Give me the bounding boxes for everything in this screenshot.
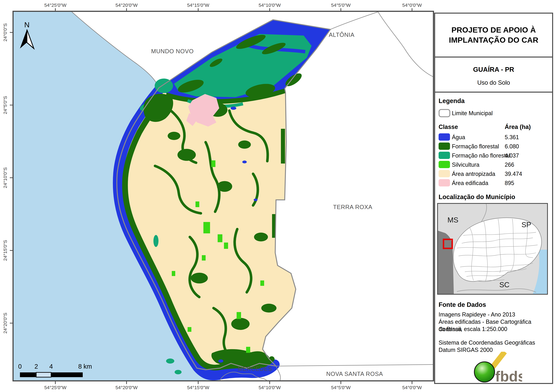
label-mundo-novo: MUNDO NOVO (151, 48, 194, 55)
nw-teal-patch (155, 78, 173, 93)
lon-label-bottom-2: 54°20'0"W (109, 385, 144, 390)
municipality-name: GUAÍRA - PR (435, 66, 552, 73)
north-arrow-label: N (24, 21, 29, 29)
limite-municipal-label: Limite Municipal (452, 110, 493, 117)
scale-seg-2 (36, 372, 51, 377)
lat-label-4: 24°15'0"S (2, 235, 8, 265)
main-map-frame: MUNDO NOVO ALTÔNIA TERRA ROXA MERCEDES N… (13, 11, 434, 381)
lon-label-top-6: 54°0'0"W (395, 2, 429, 8)
lat-label-5: 24°20'0"S (2, 308, 8, 338)
tick-bottom-1 (55, 381, 56, 384)
lon-label-bottom-6: 54°0'0"W (395, 385, 429, 390)
label-terra-roxa: TERRA ROXA (333, 204, 372, 210)
tick-top-6 (412, 8, 412, 11)
panel-title-box: PROJETO DE APOIO À IMPLANTAÇÃO DO CAR (434, 13, 553, 57)
lon-label-top-5: 54°5'0"W (323, 2, 358, 8)
legend-label-agua: Água (452, 134, 465, 141)
tick-bottom-5 (341, 381, 341, 384)
tick-left-5 (10, 323, 13, 323)
scale-4: 4 (49, 363, 53, 370)
fbds-logo-canvas: fbds (470, 352, 522, 383)
tick-bottom-6 (412, 381, 412, 384)
lon-label-bottom-5: 54°5'0"W (323, 385, 358, 390)
tick-top-3 (198, 8, 198, 11)
tick-top-5 (341, 8, 341, 11)
fbds-logo-sphere (474, 362, 495, 382)
panel-subtitle-box: GUAÍRA - PR Uso do Solo (434, 57, 553, 93)
tick-top-2 (126, 8, 127, 11)
tick-left-3 (10, 178, 13, 178)
map-layout-page: MUNDO NOVO ALTÔNIA TERRA ROXA MERCEDES N… (0, 0, 555, 392)
location-heading: Localização do Município (438, 193, 515, 200)
inset-label-sp: SP (521, 221, 531, 229)
source-line-4: Sistema de Coordenadas Geográficas (438, 339, 535, 347)
tick-top-1 (55, 8, 56, 11)
page-title-line1: PROJETO DE APOIO À (449, 25, 538, 35)
tick-bottom-2 (126, 381, 127, 384)
source-line-3: do Brasil, escala 1:250.000 (438, 326, 507, 333)
tick-bottom-4 (269, 381, 270, 384)
main-map-canvas: MUNDO NOVO ALTÔNIA TERRA ROXA MERCEDES N… (14, 12, 433, 380)
inset-label-ms: MS (447, 216, 458, 224)
legend-label-florestal: Formação florestal (452, 143, 499, 150)
scale-8km: 8 km (78, 363, 92, 370)
legend-heading: Legenda (438, 97, 465, 104)
tick-bottom-3 (198, 381, 198, 384)
legend-swatch-florestal (438, 143, 450, 150)
legend-value-florestal: 6.080 (505, 143, 519, 150)
lon-label-top-4: 54°10'0"W (252, 2, 287, 8)
legend-label-edificada: Área edificada (452, 180, 488, 186)
legend-label-silvicultura: Silvicultura (452, 162, 479, 168)
legend-value-edificada: 895 (505, 180, 514, 186)
map-theme: Uso do Solo (435, 79, 552, 86)
scale-2: 2 (35, 363, 38, 370)
page-title-line2: IMPLANTAÇÃO DO CAR (449, 35, 538, 45)
limite-municipal-swatch (438, 109, 450, 117)
legend-value-antropizada: 39.474 (505, 171, 522, 177)
tick-left-4 (10, 250, 13, 251)
legend-value-agua: 5.361 (505, 134, 519, 141)
legend-swatch-edificada (438, 179, 450, 186)
scale-0: 0 (18, 363, 22, 370)
legend-col-classe: Classe (438, 124, 458, 130)
lat-label-3: 24°10'0"S (2, 163, 8, 193)
legend-col-area: Área (ha) (505, 124, 531, 130)
label-nova-santa-rosa: NOVA SANTA ROSA (326, 371, 383, 377)
scale-seg-1 (20, 372, 36, 377)
source-heading: Fonte de Dados (438, 301, 486, 308)
legend-label-nao-florestal: Formação não florestal (452, 152, 510, 159)
legend-swatch-agua (438, 133, 450, 141)
source-line-1: Imagens Rapideye - Ano 2013 (438, 311, 515, 318)
panel-main-box: Legenda Limite Municipal Classe Área (ha… (434, 92, 553, 384)
lon-label-bottom-4: 54°10'0"W (252, 385, 287, 390)
label-altonia: ALTÔNIA (329, 32, 355, 38)
legend-swatch-nao-florestal (438, 152, 450, 159)
tick-left-1 (10, 32, 13, 33)
label-mercedes: MERCEDES (238, 366, 272, 372)
lon-label-bottom-1: 54°25'0"W (38, 385, 73, 390)
page-title: PROJETO DE APOIO À IMPLANTAÇÃO DO CAR (449, 25, 538, 45)
locator-inset-map: MS SP SC (437, 203, 548, 295)
lon-label-bottom-3: 54°15'0"W (181, 385, 216, 390)
legend-swatch-silvicultura (438, 161, 450, 168)
lon-label-top-1: 54°25'0"W (38, 2, 73, 8)
locator-inset-canvas: MS SP SC (438, 204, 547, 294)
legend-value-silvicultura: 266 (505, 162, 514, 168)
lat-label-1: 24°0'0"S (2, 17, 8, 47)
lat-label-2: 24°5'0"S (2, 90, 8, 120)
legend-value-nao-florestal: 4.037 (505, 152, 519, 159)
fbds-logo-text: fbds (495, 368, 522, 383)
lon-label-top-3: 54°15'0"W (181, 2, 216, 8)
lon-label-top-2: 54°20'0"W (109, 2, 144, 8)
legend-label-antropizada: Área antropizada (452, 171, 495, 177)
legend-swatch-antropizada (438, 170, 450, 177)
scale-seg-3 (51, 372, 83, 377)
inset-label-sc: SC (499, 281, 510, 289)
fbds-logo: fbds (470, 352, 522, 384)
tick-top-4 (269, 8, 270, 11)
tick-left-2 (10, 105, 13, 105)
